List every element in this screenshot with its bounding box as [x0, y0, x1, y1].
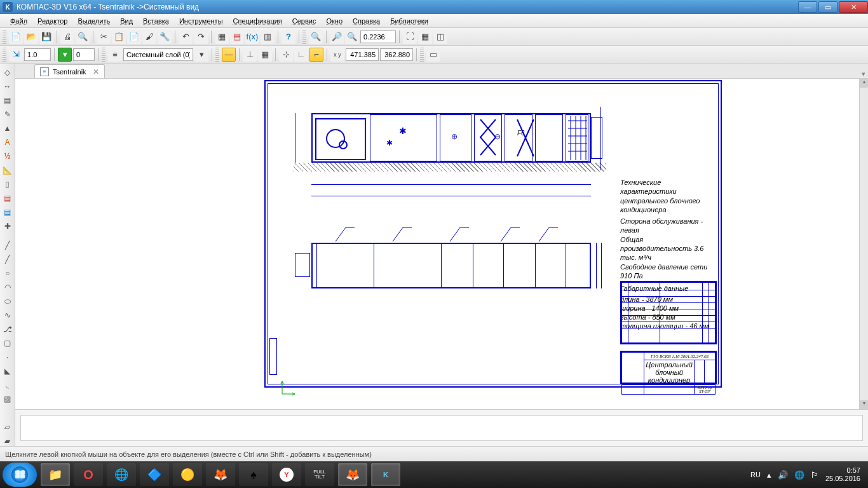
- undo-button[interactable]: ↶: [179, 30, 193, 44]
- close-button[interactable]: ✕: [839, 1, 868, 13]
- clock[interactable]: 0:57 25.05.2016: [825, 466, 860, 483]
- taskbar-app[interactable]: 🟡: [173, 463, 202, 486]
- language-indicator[interactable]: RU: [750, 471, 761, 478]
- menu-spec[interactable]: Спецификация: [228, 16, 287, 26]
- arc-icon[interactable]: ◠: [1, 281, 14, 294]
- snap-button[interactable]: ⇲: [9, 48, 23, 62]
- save-button[interactable]: 💾: [39, 30, 53, 44]
- mode-2-icon[interactable]: ▰: [1, 435, 14, 447]
- select-icon[interactable]: ▯: [1, 178, 14, 191]
- mode-1-icon[interactable]: ▱: [1, 421, 14, 433]
- format-painter-button[interactable]: 🖌: [142, 30, 156, 44]
- tab-tsentralnik[interactable]: ≡ Tsentralnik ✕: [34, 64, 105, 78]
- action-center-icon[interactable]: 🏳: [811, 470, 819, 480]
- zoom-in-button[interactable]: 🔎: [330, 30, 344, 44]
- tabstrip-dropdown[interactable]: ▾: [859, 70, 868, 78]
- aux-line-icon[interactable]: ╱: [1, 253, 14, 266]
- spreadsheet-button[interactable]: ▥: [261, 30, 275, 44]
- coord-x-input[interactable]: [346, 48, 379, 61]
- menu-libraries[interactable]: Библиотеки: [385, 16, 433, 26]
- zoom-value-input[interactable]: [360, 30, 396, 43]
- spec-icon[interactable]: ▤: [1, 192, 14, 205]
- menu-insert[interactable]: Вставка: [138, 16, 174, 26]
- table-button[interactable]: ▦: [215, 30, 229, 44]
- taskbar-pokerstars[interactable]: ♠: [239, 463, 268, 486]
- start-button[interactable]: [3, 463, 37, 487]
- hatch-icon[interactable]: ▨: [1, 393, 14, 405]
- network-icon[interactable]: 🌐: [794, 470, 804, 480]
- copy-button[interactable]: 📋: [112, 30, 126, 44]
- spline-icon[interactable]: ∿: [1, 309, 14, 322]
- menu-select[interactable]: Выделить: [72, 16, 115, 26]
- geometry-icon[interactable]: ◇: [1, 66, 14, 79]
- layer-number-input[interactable]: [73, 48, 95, 61]
- designations-icon[interactable]: ▤: [1, 94, 14, 107]
- local-cs-button[interactable]: ⌐: [309, 48, 323, 62]
- property-panel-content[interactable]: [20, 415, 863, 441]
- help-icon[interactable]: ?: [281, 30, 295, 44]
- zoom-fit-button[interactable]: ⛶: [403, 30, 417, 44]
- tray-chevron-icon[interactable]: ▴: [767, 470, 771, 480]
- grid-button[interactable]: ▦: [258, 48, 272, 62]
- edit-icon[interactable]: ▲: [1, 122, 14, 135]
- layer-dropdown[interactable]: ▾: [194, 48, 208, 62]
- dimensions-icon[interactable]: ↔: [1, 80, 14, 93]
- toolbar-grip[interactable]: [3, 48, 6, 62]
- point-icon[interactable]: ·: [1, 351, 14, 363]
- broken-icon[interactable]: ⎇: [1, 323, 14, 336]
- drawing-canvas[interactable]: ✱ ✱ ⊕ ⊖ F6 Технические характерист: [15, 79, 859, 409]
- text-icon[interactable]: A: [1, 136, 14, 149]
- line-icon[interactable]: ╱: [1, 239, 14, 252]
- fillet-icon[interactable]: ◟: [1, 379, 14, 391]
- layer-name-input[interactable]: [123, 48, 193, 61]
- preview-button[interactable]: 🔍: [76, 30, 90, 44]
- toolbar-grip[interactable]: [102, 48, 105, 62]
- variables-button[interactable]: f(x): [245, 30, 259, 44]
- redraw-button[interactable]: ◫: [433, 30, 447, 44]
- taskbar-explorer[interactable]: 📁: [41, 463, 70, 486]
- taskbar-chrome[interactable]: 🌐: [107, 463, 136, 486]
- toolbar-grip[interactable]: [302, 30, 306, 44]
- snap-pt-button[interactable]: ⊹: [279, 48, 293, 62]
- menu-editor[interactable]: Редактор: [32, 16, 72, 26]
- minimize-button[interactable]: —: [798, 1, 817, 13]
- spec-button[interactable]: ▤: [230, 30, 244, 44]
- toolbar-grip[interactable]: [420, 48, 424, 62]
- menu-help[interactable]: Справка: [348, 16, 385, 26]
- scale-input[interactable]: [24, 48, 51, 61]
- layer-color-icon[interactable]: ▾: [58, 48, 72, 62]
- scroll-up-icon[interactable]: ▴: [860, 79, 868, 88]
- insert-icon[interactable]: ✚: [1, 220, 14, 233]
- measure-icon[interactable]: 📐: [1, 164, 14, 177]
- layers-button[interactable]: ≡: [108, 48, 122, 62]
- param-icon[interactable]: ½: [1, 150, 14, 163]
- ortho-button[interactable]: ⊥: [243, 48, 257, 62]
- new-button[interactable]: 📄: [9, 30, 23, 44]
- menu-service[interactable]: Сервис: [287, 16, 322, 26]
- tab-close-icon[interactable]: ✕: [93, 67, 99, 76]
- linestyle-button[interactable]: —: [222, 48, 236, 62]
- volume-icon[interactable]: 🔊: [778, 470, 788, 480]
- ellipse-icon[interactable]: ⬭: [1, 295, 14, 308]
- angle-button[interactable]: ∟: [294, 48, 308, 62]
- taskbar-firefox[interactable]: 🦊: [206, 463, 235, 486]
- taskbar-kompas[interactable]: K: [371, 463, 400, 486]
- maximize-button[interactable]: ▭: [818, 1, 837, 13]
- construction-icon[interactable]: ✎: [1, 108, 14, 121]
- taskbar-opera[interactable]: O: [74, 463, 103, 486]
- zoom-window-button[interactable]: 🔍: [309, 30, 323, 44]
- menu-window[interactable]: Окно: [321, 16, 348, 26]
- redo-button[interactable]: ↷: [194, 30, 208, 44]
- open-button[interactable]: 📂: [24, 30, 38, 44]
- refresh-button[interactable]: ▦: [418, 30, 432, 44]
- properties-button[interactable]: 🔧: [158, 30, 172, 44]
- menu-view[interactable]: Вид: [115, 16, 138, 26]
- taskbar-firefox[interactable]: 🦊: [338, 463, 367, 486]
- cut-button[interactable]: ✂: [97, 30, 111, 44]
- taskbar-yandex[interactable]: Y: [272, 463, 301, 486]
- menu-file[interactable]: Файл: [5, 16, 32, 26]
- toolbar-grip[interactable]: [3, 30, 6, 44]
- vertical-scrollbar[interactable]: ▴ ▾: [859, 79, 868, 409]
- taskbar-app[interactable]: 🔷: [140, 463, 169, 486]
- menu-tools[interactable]: Инструменты: [174, 16, 228, 26]
